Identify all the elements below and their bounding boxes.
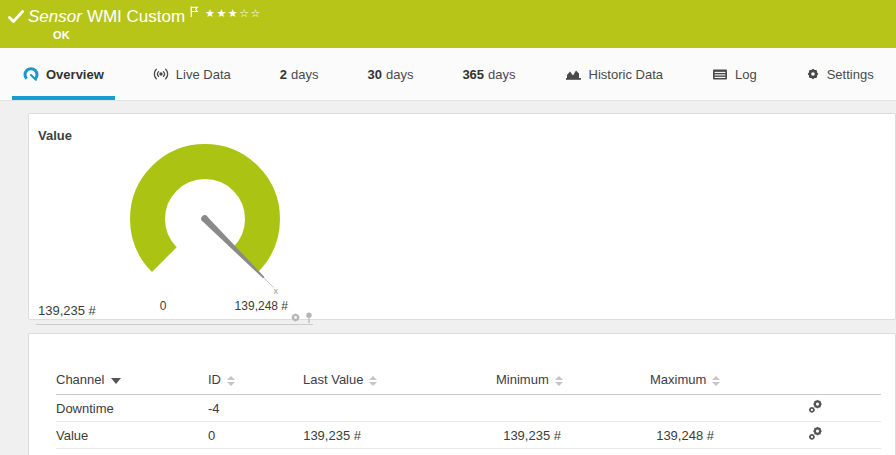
star-rating[interactable]: ★★★☆☆ bbox=[205, 7, 262, 21]
gauge-min-label: 0 bbox=[153, 299, 173, 313]
gauge-settings-gear-icon[interactable] bbox=[290, 312, 301, 323]
column-header-last-value[interactable]: Last Value bbox=[303, 372, 415, 395]
tab-settings[interactable]: Settings bbox=[795, 48, 885, 100]
cell-id: 0 bbox=[208, 422, 303, 449]
column-header-maximum[interactable]: Maximum bbox=[565, 372, 718, 395]
gauge-icon bbox=[23, 66, 39, 82]
cell-channel[interactable]: Downtime bbox=[56, 395, 208, 422]
tab-30-days[interactable]: 30days bbox=[356, 48, 424, 100]
channel-settings-gears-icon[interactable] bbox=[808, 399, 823, 414]
value-gauge: x 139,235 # 0 139,248 # bbox=[31, 131, 321, 309]
sort-both-icon bbox=[555, 376, 563, 386]
page-title: SensorWMI Custom bbox=[28, 6, 185, 28]
gauge-max-label: 139,248 # bbox=[214, 299, 288, 313]
value-gauge-panel: Value x 139,235 # 0 139,248 # bbox=[28, 113, 896, 320]
object-type-label: Sensor bbox=[28, 7, 82, 26]
gauge-current-value: 139,235 # bbox=[38, 303, 96, 318]
gauge-arc bbox=[147, 162, 262, 260]
tab-365-days[interactable]: 365days bbox=[451, 48, 526, 100]
sensor-name: WMI Custom bbox=[87, 7, 185, 26]
cell-channel[interactable]: Value bbox=[56, 422, 208, 449]
gauge-baseline bbox=[36, 324, 313, 325]
flag-icon[interactable] bbox=[190, 6, 199, 18]
historic-chart-icon bbox=[565, 67, 582, 81]
live-data-icon bbox=[153, 66, 169, 82]
channel-settings-gears-icon[interactable] bbox=[808, 426, 823, 441]
gauge-marker: x bbox=[273, 286, 278, 296]
tab-overview[interactable]: Overview bbox=[12, 48, 115, 100]
column-header-id[interactable]: ID bbox=[208, 372, 303, 395]
tab-live-data[interactable]: Live Data bbox=[142, 48, 242, 100]
sort-both-icon bbox=[369, 376, 377, 386]
sort-both-icon bbox=[712, 376, 720, 386]
log-icon bbox=[712, 68, 728, 81]
pin-icon[interactable] bbox=[304, 312, 314, 324]
tab-bar: Overview Live Data 2days 30days 365days … bbox=[0, 48, 896, 101]
sensor-status-header: SensorWMI Custom ★★★☆☆ OK bbox=[0, 0, 896, 48]
ok-check-icon bbox=[8, 10, 24, 24]
table-row-downtime: Downtime -4 bbox=[56, 395, 881, 422]
sort-desc-icon bbox=[111, 378, 121, 384]
tab-historic-data[interactable]: Historic Data bbox=[554, 48, 674, 100]
sort-both-icon bbox=[227, 376, 235, 386]
cell-id: -4 bbox=[208, 395, 303, 422]
gear-icon bbox=[806, 67, 820, 81]
channel-table: Channel ID Last Value Minimum Maximum bbox=[56, 372, 881, 449]
channel-table-panel: Channel ID Last Value Minimum Maximum bbox=[28, 333, 896, 455]
cell-minimum: 139,235 # bbox=[415, 422, 565, 449]
cell-last-value bbox=[303, 395, 415, 422]
cell-minimum bbox=[415, 395, 565, 422]
cell-maximum: 139,248 # bbox=[565, 422, 718, 449]
table-header-row: Channel ID Last Value Minimum Maximum bbox=[56, 372, 881, 395]
tab-log[interactable]: Log bbox=[701, 48, 768, 100]
tab-2-days[interactable]: 2days bbox=[269, 48, 330, 100]
status-badge: OK bbox=[53, 29, 896, 41]
table-row-value: Value 0 139,235 # 139,235 # 139,248 # bbox=[56, 422, 881, 449]
column-header-channel[interactable]: Channel bbox=[56, 372, 208, 395]
cell-last-value: 139,235 # bbox=[303, 422, 415, 449]
cell-maximum bbox=[565, 395, 718, 422]
column-header-minimum[interactable]: Minimum bbox=[415, 372, 565, 395]
